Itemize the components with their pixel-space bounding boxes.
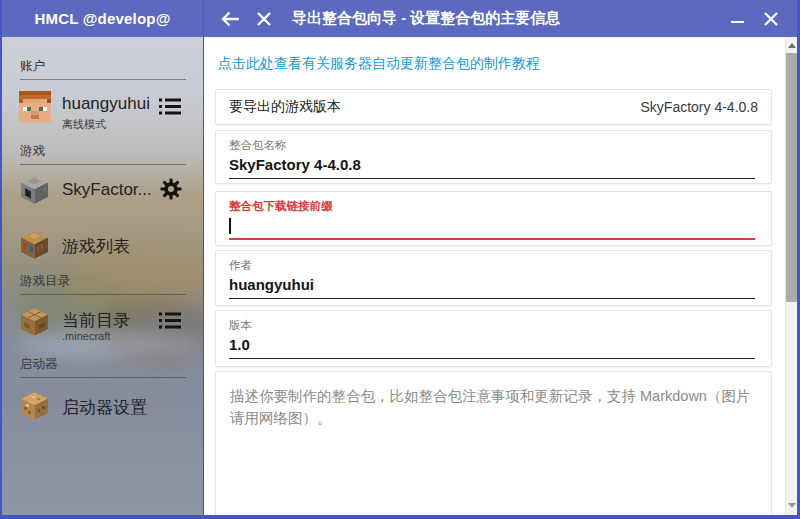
window-close-icon [763,11,779,27]
current-dir-path: .minecraft [62,330,110,342]
version-label: 版本 [229,318,755,333]
download-prefix-label: 整合包下载链接前缀 [229,199,755,214]
launcher-settings-block-icon [19,390,50,421]
current-dir-block-icon [19,306,50,337]
game-list-label: 游戏列表 [62,235,130,258]
sidebar: 账户 [2,37,204,515]
scroll-up-button[interactable] [786,38,797,53]
profile-settings-button[interactable] [159,177,183,201]
modpack-name-label: 整合包名称 [229,138,755,153]
account-menu-button[interactable] [159,98,181,115]
field-author: 作者 huangyuhui [215,250,772,306]
author-label: 作者 [229,258,755,273]
text-caret [229,218,231,234]
launcher-settings-label: 启动器设置 [62,396,147,419]
field-version: 版本 1.0 [215,310,772,367]
author-input[interactable]: huangyuhui [229,275,755,295]
author-value: huangyuhui [229,276,314,293]
section-header-account: 账户 [20,58,186,80]
scroll-down-button[interactable] [786,498,797,513]
titlebar-main: 导出整合包向导 - 设置整合包的主要信息 [204,0,797,37]
titlebar: HMCL @develop@ 导出整合包向导 - 设置整合包的主要信息 [2,0,797,37]
download-prefix-input[interactable] [229,216,755,236]
input-underline [229,358,755,359]
app-title: HMCL @develop@ [2,0,204,37]
minimize-icon [731,21,744,24]
tutorial-link[interactable]: 点击此处查看有关服务器自动更新整合包的制作教程 [218,55,771,73]
sidebar-content: 账户 [2,37,203,515]
field-download-prefix: 整合包下载链接前缀 [215,191,772,246]
scrollbar-thumb[interactable] [786,53,797,302]
modpack-name-input[interactable]: SkyFactory 4-4.0.8 [229,155,755,175]
section-header-game: 游戏 [20,143,186,165]
app-body: 账户 [2,37,797,515]
back-button[interactable] [218,5,242,33]
directory-menu-button[interactable] [159,312,181,329]
description-textarea[interactable] [216,372,771,512]
field-modpack-name: 整合包名称 SkyFactory 4-4.0.8 [215,130,772,184]
account-name: huangyuhui [62,94,150,114]
export-version-value: SkyFactory 4-4.0.8 [641,99,759,115]
directory-menu-icon [159,312,181,329]
account-menu-icon [159,98,181,115]
section-header-launcher: 启动器 [20,356,186,378]
version-value: 1.0 [229,336,250,353]
profile-name: SkyFactor... [62,180,152,200]
sidebar-item-profile[interactable]: SkyFactor... [2,173,203,215]
wizard-content: 点击此处查看有关服务器自动更新整合包的制作教程 要导出的游戏版本 SkyFact… [204,37,797,515]
minimize-button[interactable] [725,5,749,33]
game-list-block-icon [19,229,50,260]
scroll-down-icon [788,503,796,508]
input-underline-error [229,238,755,240]
hmcl-window: HMCL @develop@ 导出整合包向导 - 设置整合包的主要信息 [0,0,800,519]
wizard-close-icon [256,11,272,27]
input-underline [229,178,755,179]
gear-icon [159,177,183,201]
export-version-card: 要导出的游戏版本 SkyFactory 4-4.0.8 [215,89,772,125]
input-underline [229,298,755,299]
current-dir-label: 当前目录 [62,309,130,332]
sidebar-item-game-list[interactable]: 游戏列表 [2,228,203,270]
version-input[interactable]: 1.0 [229,335,755,355]
page-title: 导出整合包向导 - 设置整合包的主要信息 [292,9,560,28]
back-arrow-icon [220,9,241,29]
section-header-game-dir: 游戏目录 [20,273,186,295]
description-card [215,371,772,515]
avatar [19,91,51,123]
account-mode: 离线模式 [62,117,106,132]
scroll-up-icon [788,43,796,48]
profile-block-icon [19,174,50,205]
window-close-button[interactable] [759,5,783,33]
export-version-label: 要导出的游戏版本 [229,98,341,116]
sidebar-item-launcher-settings[interactable]: 启动器设置 [2,389,203,431]
wizard-close-button[interactable] [252,5,276,33]
scrollbar[interactable] [785,37,797,515]
modpack-name-value: SkyFactory 4-4.0.8 [229,156,361,173]
